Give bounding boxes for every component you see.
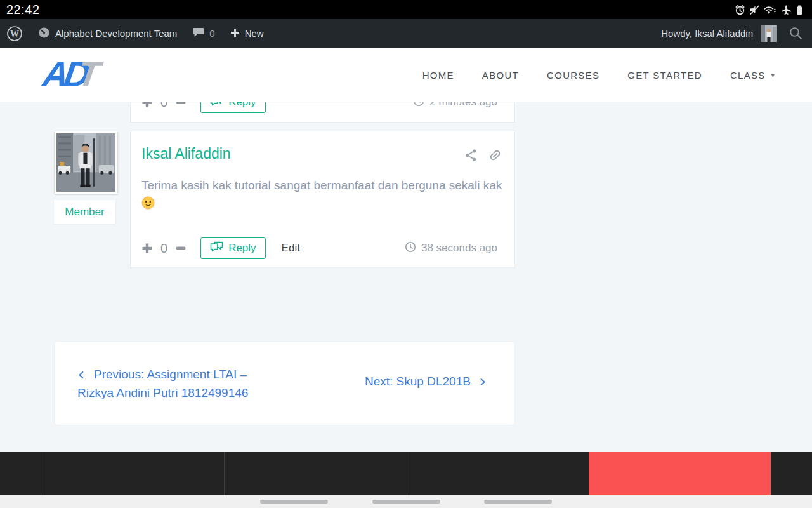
upvote-button[interactable]: [141, 243, 153, 254]
site-logo[interactable]: ADT: [41, 55, 98, 93]
downvote-button[interactable]: [175, 102, 187, 104]
previous-post-label: Previous: Assignment LTAI – Rizkya Andin…: [77, 368, 248, 399]
status-icons: [735, 4, 803, 15]
smiley-emoji: [141, 196, 155, 210]
comment-card: Iksal Alifaddin Terima kasih kak tutoria…: [130, 131, 515, 268]
reply-label: Reply: [228, 102, 256, 109]
nav-class-label: CLASS: [730, 70, 766, 81]
comment-header-icons: [464, 149, 502, 162]
admin-bar-right: Howdy, Iksal Alifaddin: [661, 25, 803, 42]
howdy-account-link[interactable]: Howdy, Iksal Alifaddin: [661, 28, 753, 39]
comment-bubble-icon: [192, 27, 204, 40]
reply-icon: [210, 241, 223, 255]
new-label: New: [245, 28, 264, 39]
edit-link[interactable]: Edit: [282, 242, 300, 255]
nav-class[interactable]: CLASS▾: [730, 70, 775, 81]
downvote-button[interactable]: [175, 246, 187, 250]
dashboard-icon: [38, 27, 50, 41]
member-badge: Member: [54, 200, 115, 224]
comment-author-avatar: [55, 131, 117, 194]
nav-about[interactable]: ABOUT: [482, 70, 519, 81]
clock-icon: [405, 241, 416, 256]
airplane-icon: [781, 4, 792, 15]
wp-admin-bar: W Alphabet Development Team 0 New Howdy,…: [0, 19, 812, 48]
footer-column-divider: [409, 452, 409, 495]
reply-label: Reply: [228, 242, 256, 255]
comment-timestamp: 38 seconds ago: [421, 242, 497, 255]
wifi-icon: [764, 4, 777, 15]
site-header: ADT HOME ABOUT COURSES GET STARTED CLASS…: [0, 48, 812, 102]
comment-actions: 0 Reply Edit 38 seconds ago: [141, 237, 497, 259]
upvote-button[interactable]: [141, 102, 153, 108]
member-badge-label: Member: [65, 206, 104, 218]
comment-count: 0: [209, 28, 214, 39]
main-nav: HOME ABOUT COURSES GET STARTED CLASS▾: [422, 48, 775, 102]
avatar-photo: [56, 133, 115, 192]
admin-bar-new[interactable]: New: [230, 28, 264, 39]
nav-home[interactable]: HOME: [422, 70, 454, 81]
next-post-label: Next: Skup DL201B: [365, 375, 471, 389]
search-icon[interactable]: [789, 26, 803, 41]
vote-count: 0: [159, 102, 169, 110]
reply-button[interactable]: Reply: [200, 102, 265, 113]
previous-post-link[interactable]: Previous: Assignment LTAI – Rizkya Andin…: [77, 365, 254, 402]
comment-actions-partial: 0 Reply 2 minutes ago: [141, 102, 497, 113]
permalink-icon[interactable]: [488, 149, 502, 162]
status-time: 22:42: [6, 3, 40, 17]
next-post-link[interactable]: Next: Skup DL201B: [365, 375, 487, 389]
chevron-left-icon: [77, 371, 86, 379]
nav-get-started[interactable]: GET STARTED: [627, 70, 702, 81]
footer-column-divider: [224, 452, 225, 495]
comment-timestamp: 2 minutes ago: [429, 102, 497, 109]
footer-red-block: [589, 452, 771, 495]
admin-bar-left: W Alphabet Development Team 0 New: [6, 25, 264, 42]
vote-count: 0: [159, 241, 169, 256]
comment-meta: 2 minutes ago: [413, 102, 497, 110]
reply-icon: [210, 102, 223, 109]
admin-bar-comments[interactable]: 0: [192, 27, 214, 40]
alarm-icon: [735, 4, 745, 15]
android-home-button[interactable]: [372, 500, 440, 504]
wp-logo-icon[interactable]: W: [6, 25, 23, 42]
svg-text:W: W: [10, 29, 19, 39]
android-status-bar: 22:42: [0, 0, 812, 19]
page-footer: [0, 452, 812, 495]
vote-group: 0: [141, 241, 187, 256]
share-icon[interactable]: [464, 149, 477, 162]
site-name-label: Alphabet Development Team: [55, 28, 177, 39]
nav-courses[interactable]: COURSES: [547, 70, 599, 81]
android-back-button[interactable]: [260, 500, 328, 504]
android-nav-bar: [0, 495, 812, 508]
plus-icon: [230, 28, 240, 39]
chevron-right-icon: [478, 378, 487, 386]
clock-icon: [413, 102, 424, 110]
comment-body: Terima kasih kak tutorial sangat bermanf…: [141, 176, 508, 210]
chevron-down-icon: ▾: [771, 72, 775, 79]
battery-icon: [796, 4, 803, 15]
admin-bar-avatar[interactable]: [761, 25, 777, 42]
android-recents-button[interactable]: [484, 500, 552, 504]
comment-text: Terima kasih kak tutorial sangat bermanf…: [141, 176, 508, 194]
admin-bar-site-name[interactable]: Alphabet Development Team: [38, 27, 177, 41]
vote-group: 0: [141, 102, 187, 110]
mute-icon: [749, 4, 760, 15]
comment-author-name[interactable]: Iksal Alifaddin: [141, 145, 231, 163]
comment-meta: 38 seconds ago: [405, 241, 497, 256]
comment-card-partial: 0 Reply 2 minutes ago: [130, 102, 515, 123]
reply-button[interactable]: Reply: [200, 237, 265, 259]
footer-column-divider: [41, 452, 41, 495]
